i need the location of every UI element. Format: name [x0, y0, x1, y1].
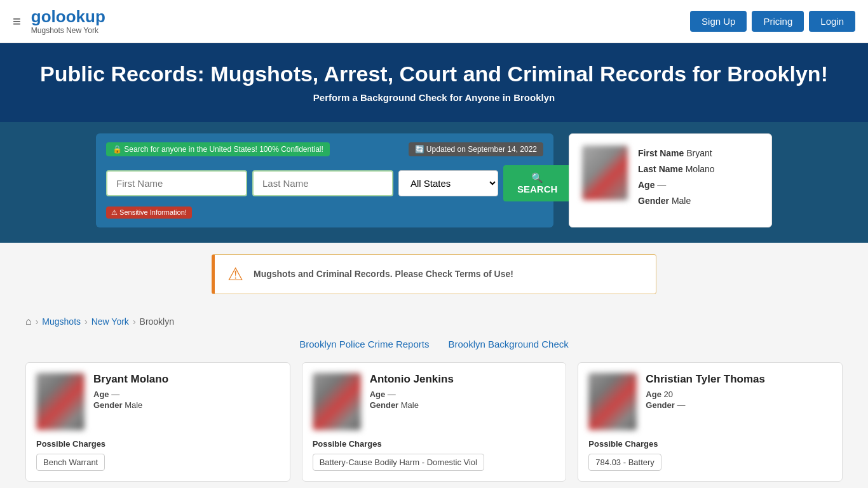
- table-row[interactable]: Bryant Molano Age — Gender Male Possible…: [25, 362, 290, 482]
- person-top: Christian Tyler Thomas Age 20 Gender —: [588, 373, 832, 430]
- quick-link-crime-reports[interactable]: Brooklyn Police Crime Reports: [299, 339, 429, 349]
- avatar: [313, 373, 361, 430]
- person-age: Age —: [93, 390, 168, 399]
- profile-last-name: Last Name Molano: [638, 161, 715, 177]
- charge-tag: Battery-Cause Bodily Harm - Domestic Vio…: [313, 454, 484, 471]
- charges-label: Possible Charges: [36, 439, 280, 449]
- notice-updated: 🔄 Updated on September 14, 2022: [409, 142, 543, 156]
- breadcrumb-sep2: ›: [85, 316, 88, 327]
- person-name: Antonio Jenkins: [370, 373, 454, 386]
- person-info: Christian Tyler Thomas Age 20 Gender —: [646, 373, 765, 411]
- hamburger-icon[interactable]: ≡: [13, 13, 21, 30]
- logo-subtitle: Mugshots New York: [31, 26, 98, 35]
- search-button[interactable]: 🔍 SEARCH: [503, 165, 571, 201]
- charges-label: Possible Charges: [588, 439, 832, 449]
- breadcrumb-state[interactable]: New York: [92, 316, 129, 327]
- profile-card: First Name Bryant Last Name Molano Age —…: [569, 133, 772, 227]
- profile-gender: Gender Male: [638, 193, 715, 209]
- header: ≡ golookup Mugshots New York Sign Up Pri…: [0, 0, 868, 43]
- breadcrumb-mugshots[interactable]: Mugshots: [42, 316, 81, 327]
- logo-text[interactable]: golookup: [31, 8, 105, 25]
- table-row[interactable]: Antonio Jenkins Age — Gender Male Possib…: [302, 362, 567, 482]
- person-top: Bryant Molano Age — Gender Male: [36, 373, 280, 430]
- pricing-button[interactable]: Pricing: [752, 11, 804, 32]
- charges-label: Possible Charges: [313, 439, 556, 449]
- profile-first-name: First Name Bryant: [638, 146, 715, 161]
- quick-links: Brooklyn Police Crime Reports Brooklyn B…: [25, 339, 843, 349]
- hero-subtitle: Perform a Background Check for Anyone in…: [13, 92, 855, 103]
- search-section: 🔒 Search for anyone in the United States…: [0, 122, 868, 243]
- breadcrumb: ⌂ › Mugshots › New York › Brooklyn: [25, 316, 843, 327]
- notice-green: 🔒 Search for anyone in the United States…: [106, 142, 330, 156]
- person-name: Christian Tyler Thomas: [646, 373, 765, 386]
- avatar: [588, 373, 637, 430]
- person-gender: Gender Male: [370, 400, 454, 410]
- warning-icon: ⚠: [227, 264, 243, 285]
- home-icon[interactable]: ⌂: [25, 316, 32, 327]
- signup-button[interactable]: Sign Up: [690, 11, 747, 32]
- search-box: 🔒 Search for anyone in the United States…: [96, 133, 553, 227]
- sensitive-badge: ⚠ Sensitive Information!: [106, 207, 192, 219]
- person-gender: Gender —: [646, 400, 765, 410]
- profile-avatar: [582, 146, 628, 200]
- content-area: ⌂ › Mugshots › New York › Brooklyn Brook…: [0, 306, 868, 488]
- warning-text: Mugshots and Criminal Records. Please Ch…: [254, 269, 513, 279]
- person-info: Antonio Jenkins Age — Gender Male: [370, 373, 454, 411]
- person-age: Age —: [370, 390, 454, 399]
- avatar: [36, 373, 85, 430]
- first-name-input[interactable]: [106, 170, 247, 196]
- login-button[interactable]: Login: [809, 11, 855, 32]
- breadcrumb-sep3: ›: [133, 316, 136, 327]
- hero-section: Public Records: Mugshots, Arrest, Court …: [0, 43, 868, 122]
- profile-info: First Name Bryant Last Name Molano Age —…: [638, 146, 715, 210]
- table-row[interactable]: Christian Tyler Thomas Age 20 Gender — P…: [578, 362, 843, 482]
- charge-tag: 784.03 - Battery: [588, 454, 661, 471]
- person-name: Bryant Molano: [93, 373, 168, 386]
- logo: golookup Mugshots New York: [31, 8, 105, 35]
- search-row: All States AlabamaAlaskaArizona Arkansas…: [106, 165, 543, 201]
- warning-bar: ⚠ Mugshots and Criminal Records. Please …: [212, 254, 656, 294]
- breadcrumb-city: Brooklyn: [140, 316, 174, 327]
- person-age: Age 20: [646, 390, 765, 399]
- person-gender: Gender Male: [93, 400, 168, 410]
- state-select[interactable]: All States AlabamaAlaskaArizona Arkansas…: [398, 170, 498, 196]
- charge-tag: Bench Warrant: [36, 454, 105, 471]
- profile-age: Age —: [638, 177, 715, 193]
- breadcrumb-sep1: ›: [36, 316, 39, 327]
- person-cards-grid: Bryant Molano Age — Gender Male Possible…: [25, 362, 843, 482]
- last-name-input[interactable]: [252, 170, 393, 196]
- hero-title: Public Records: Mugshots, Arrest, Court …: [13, 61, 855, 87]
- quick-link-background-check[interactable]: Brooklyn Background Check: [448, 339, 568, 349]
- person-info: Bryant Molano Age — Gender Male: [93, 373, 168, 411]
- person-top: Antonio Jenkins Age — Gender Male: [313, 373, 556, 430]
